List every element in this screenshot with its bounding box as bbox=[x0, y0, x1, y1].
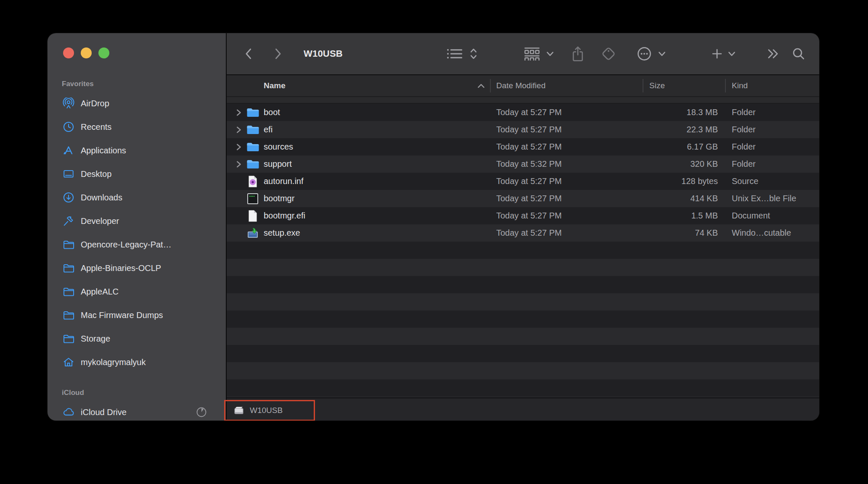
disclosure-chevron-icon[interactable] bbox=[235, 155, 242, 173]
file-size: 18.3 MB bbox=[630, 104, 718, 121]
file-kind: Document bbox=[732, 207, 770, 224]
file-date: Today at 5:27 PM bbox=[496, 121, 562, 138]
sidebar-item-airdrop[interactable]: AirDrop bbox=[48, 92, 226, 115]
file-kind: Folder bbox=[732, 104, 756, 121]
home-icon bbox=[62, 355, 75, 369]
list-view-icon[interactable] bbox=[446, 47, 463, 60]
file-kind: Folder bbox=[732, 155, 756, 173]
app-store-icon bbox=[62, 144, 75, 157]
folder-icon bbox=[246, 138, 259, 155]
disclosure-chevron-icon[interactable] bbox=[235, 104, 242, 121]
chevron-down-icon[interactable] bbox=[657, 50, 667, 57]
column-divider[interactable] bbox=[725, 79, 726, 92]
sidebar-item-applications[interactable]: Applications bbox=[48, 139, 226, 162]
group-view-icon[interactable] bbox=[524, 47, 540, 60]
path-bar: W10USB bbox=[227, 397, 819, 421]
sidebar-item-applealc[interactable]: AppleALC bbox=[48, 280, 226, 303]
file-date: Today at 5:27 PM bbox=[496, 224, 562, 242]
disclosure-chevron-icon[interactable] bbox=[235, 138, 242, 155]
sync-progress-indicator bbox=[196, 407, 207, 418]
new-folder-plus-icon[interactable] bbox=[711, 48, 723, 60]
table-row[interactable]: support Today at 5:32 PM 320 KB Folder bbox=[227, 155, 819, 173]
forward-button[interactable] bbox=[271, 47, 284, 61]
sidebar-item-opencore-legacy-patcher[interactable]: Opencore-Legacy-Pat… bbox=[48, 233, 226, 256]
column-header-kind[interactable]: Kind bbox=[732, 75, 748, 96]
chevron-down-icon[interactable] bbox=[545, 50, 555, 57]
more-actions-icon[interactable] bbox=[637, 46, 652, 61]
sidebar-item-mac-firmware-dumps[interactable]: Mac Firmware Dumps bbox=[48, 303, 226, 327]
minimize-window-button[interactable] bbox=[81, 47, 92, 58]
file-kind: Unix Ex…ble File bbox=[732, 190, 796, 207]
file-size: 6.17 GB bbox=[630, 138, 718, 155]
table-row[interactable]: sources Today at 5:27 PM 6.17 GB Folder bbox=[227, 138, 819, 155]
file-name: bootmgr bbox=[264, 190, 294, 207]
table-row[interactable]: boot Today at 5:27 PM 18.3 MB Folder bbox=[227, 104, 819, 121]
column-divider[interactable] bbox=[490, 79, 491, 92]
file-name: efi bbox=[264, 121, 273, 138]
file-name: support bbox=[264, 155, 292, 173]
sidebar-item-home[interactable]: mykolagrymalyuk bbox=[48, 350, 226, 374]
sidebar-item-label: Desktop bbox=[81, 169, 111, 179]
view-sort-chevrons-icon[interactable] bbox=[469, 47, 478, 60]
column-header-size[interactable]: Size bbox=[649, 75, 665, 96]
file-name: sources bbox=[264, 138, 293, 155]
download-circle-icon bbox=[62, 191, 75, 204]
sidebar-item-desktop[interactable]: Desktop bbox=[48, 162, 226, 186]
folder-icon bbox=[246, 155, 259, 173]
sidebar-item-label: AirDrop bbox=[81, 99, 109, 108]
disclosure-chevron-icon[interactable] bbox=[235, 121, 242, 138]
tag-icon[interactable] bbox=[600, 45, 617, 62]
toolbar-overflow-icon[interactable] bbox=[767, 47, 780, 60]
column-header-name[interactable]: Name bbox=[264, 75, 286, 96]
windows-installer-icon bbox=[246, 224, 259, 242]
table-row[interactable]: bootmgr Today at 5:27 PM 414 KB Unix Ex…… bbox=[227, 190, 819, 207]
sidebar-item-developer[interactable]: Developer bbox=[48, 209, 226, 233]
sidebar-item-label: AppleALC bbox=[81, 287, 119, 297]
table-row[interactable]: bootmgr.efi Today at 5:27 PM 1.5 MB Docu… bbox=[227, 207, 819, 224]
zoom-window-button[interactable] bbox=[98, 47, 109, 58]
search-icon[interactable] bbox=[792, 47, 805, 60]
sidebar-item-label: Mac Firmware Dumps bbox=[81, 310, 163, 320]
window-title: W10USB bbox=[304, 48, 343, 59]
file-size: 74 KB bbox=[630, 224, 718, 242]
folder-icon bbox=[62, 308, 75, 322]
share-icon[interactable] bbox=[571, 45, 585, 62]
file-size: 414 KB bbox=[630, 190, 718, 207]
sidebar-item-icloud-drive[interactable]: iCloud Drive bbox=[48, 400, 226, 421]
window-controls bbox=[63, 47, 109, 58]
desktop-icon bbox=[62, 167, 75, 181]
sidebar-item-recents[interactable]: Recents bbox=[48, 115, 226, 139]
file-kind: Folder bbox=[732, 121, 756, 138]
table-row[interactable]: autorun.inf Today at 5:27 PM 128 bytes S… bbox=[227, 173, 819, 190]
sidebar-item-label: Apple-Binaries-OCLP bbox=[81, 263, 161, 273]
clock-icon bbox=[62, 120, 75, 134]
folder-icon bbox=[62, 332, 75, 345]
toolbar: W10USB bbox=[227, 33, 819, 75]
sidebar-item-apple-binaries-oclp[interactable]: Apple-Binaries-OCLP bbox=[48, 256, 226, 280]
sidebar-list: Favorites AirDrop bbox=[48, 79, 226, 421]
column-divider[interactable] bbox=[643, 79, 643, 92]
file-name: bootmgr.efi bbox=[264, 207, 305, 224]
table-row[interactable]: setup.exe Today at 5:27 PM 74 KB Windo…c… bbox=[227, 224, 819, 242]
disk-icon bbox=[233, 405, 245, 416]
column-header-date-modified[interactable]: Date Modified bbox=[496, 75, 545, 96]
file-kind: Windo…cutable bbox=[732, 224, 791, 242]
sidebar-item-label: Recents bbox=[81, 122, 111, 132]
close-window-button[interactable] bbox=[63, 47, 74, 58]
cloud-icon bbox=[62, 405, 75, 419]
folder-icon bbox=[246, 104, 259, 121]
desktop-background: Favorites AirDrop bbox=[0, 0, 868, 484]
table-row[interactable]: efi Today at 5:27 PM 22.3 MB Folder bbox=[227, 121, 819, 138]
back-button[interactable] bbox=[243, 47, 255, 61]
file-list: boot Today at 5:27 PM 18.3 MB Folder bbox=[227, 104, 819, 397]
file-size: 22.3 MB bbox=[630, 121, 718, 138]
chevron-down-icon[interactable] bbox=[727, 50, 736, 57]
file-date: Today at 5:27 PM bbox=[496, 207, 562, 224]
unix-executable-icon bbox=[246, 190, 259, 207]
document-icon bbox=[246, 207, 259, 224]
sidebar-item-downloads[interactable]: Downloads bbox=[48, 186, 226, 209]
folder-icon bbox=[62, 238, 75, 251]
path-item-w10usb[interactable]: W10USB bbox=[224, 400, 315, 421]
sidebar-item-storage[interactable]: Storage bbox=[48, 327, 226, 350]
sidebar-section-icloud: iCloud bbox=[62, 388, 226, 398]
